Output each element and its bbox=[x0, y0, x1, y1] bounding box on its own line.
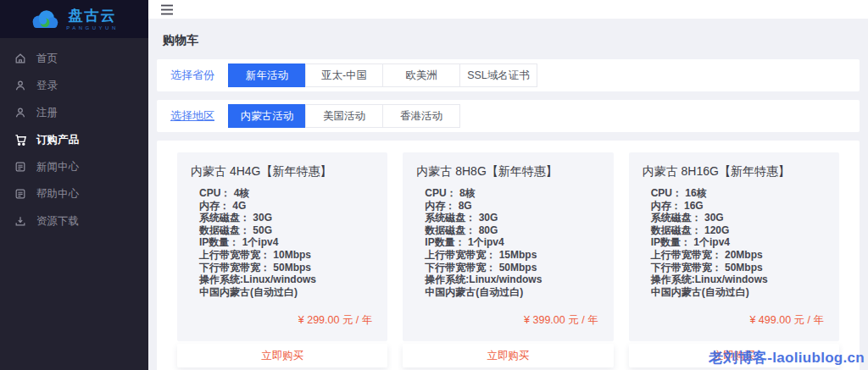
product-spec: 中国内蒙古(自动过白) bbox=[416, 286, 599, 299]
product-spec: 数据磁盘： 50G bbox=[191, 224, 374, 237]
sidebar-item-label: 新闻中心 bbox=[36, 160, 79, 174]
product-title: 内蒙古 8H8G【新年特惠】 bbox=[416, 164, 599, 179]
product-spec: 数据磁盘： 120G bbox=[643, 224, 826, 237]
filter-label-region: 选择地区 bbox=[170, 108, 214, 124]
user-icon bbox=[14, 106, 27, 119]
sidebar-nav: 首页 登录 注册 订购产品 新闻中心 bbox=[0, 38, 148, 235]
user-icon bbox=[14, 79, 27, 92]
tab-usa-activity[interactable]: 美国活动 bbox=[305, 104, 383, 128]
topbar bbox=[148, 0, 868, 19]
product-title: 内蒙古 8H16G【新年特惠】 bbox=[643, 164, 826, 179]
sidebar-item-label: 帮助中心 bbox=[36, 187, 79, 202]
product-title: 内蒙古 4H4G【新年特惠】 bbox=[191, 164, 374, 179]
buy-now-button[interactable]: 立即购买 bbox=[177, 344, 387, 367]
cloud-logo-icon bbox=[30, 8, 60, 30]
product-spec: 操作系统:Linux/windows bbox=[643, 273, 826, 286]
filter-label-province: 选择省份 bbox=[170, 68, 214, 83]
filter-panel-region: 选择地区 内蒙古活动 美国活动 香港活动 bbox=[157, 100, 860, 132]
download-icon bbox=[14, 214, 27, 228]
buy-now-button[interactable]: 立即购买 bbox=[629, 344, 839, 367]
product-spec: 下行带宽带宽： 50Mbps bbox=[416, 262, 599, 274]
brand-logo: 盘古云 PANGUYUN bbox=[0, 0, 148, 38]
product-card: 内蒙古 4H4G【新年特惠】 CPU： 4核 内存： 4G 系统磁盘： 30G … bbox=[177, 152, 387, 367]
sidebar-item-label: 注册 bbox=[36, 106, 58, 120]
sidebar-item-register[interactable]: 注册 bbox=[0, 99, 148, 126]
product-spec: 系统磁盘： 30G bbox=[416, 212, 599, 224]
page-title: 购物车 bbox=[148, 19, 868, 59]
content: 购物车 选择省份 新年活动 亚太-中国 欧美洲 SSL域名证书 选择地区 内蒙古… bbox=[148, 19, 868, 370]
province-tabs: 新年活动 亚太-中国 欧美洲 SSL域名证书 bbox=[228, 64, 537, 87]
sidebar-item-login[interactable]: 登录 bbox=[0, 72, 148, 99]
brand-name: 盘古云 bbox=[69, 8, 117, 23]
news-icon bbox=[14, 160, 27, 174]
cart-icon bbox=[14, 133, 27, 146]
product-spec: IP数量： 1个ipv4 bbox=[416, 236, 599, 249]
products-panel: 内蒙古 4H4G【新年特惠】 CPU： 4核 内存： 4G 系统磁盘： 30G … bbox=[157, 141, 860, 370]
sidebar-item-order-products[interactable]: 订购产品 bbox=[0, 126, 148, 153]
sidebar-item-label: 资源下载 bbox=[36, 214, 79, 229]
brand-subtitle: PANGUYUN bbox=[66, 25, 119, 30]
product-spec: 中国内蒙古(自动过白) bbox=[643, 286, 826, 299]
sidebar-item-label: 登录 bbox=[36, 79, 58, 93]
home-icon bbox=[14, 52, 27, 65]
product-price: ¥ 399.00 元 / 年 bbox=[416, 298, 599, 331]
product-spec: CPU： 4核 bbox=[191, 187, 374, 200]
product-spec: IP数量： 1个ipv4 bbox=[191, 236, 374, 249]
sidebar-item-label: 首页 bbox=[36, 52, 58, 66]
product-price: ¥ 499.00 元 / 年 bbox=[643, 298, 826, 331]
product-spec: 下行带宽带宽： 50Mbps bbox=[191, 262, 374, 274]
product-spec: CPU： 16核 bbox=[643, 187, 826, 200]
product-spec: 内存： 4G bbox=[191, 200, 374, 213]
main-area: 购物车 选择省份 新年活动 亚太-中国 欧美洲 SSL域名证书 选择地区 内蒙古… bbox=[148, 0, 868, 370]
tab-apac-china[interactable]: 亚太-中国 bbox=[305, 64, 383, 87]
product-card: 内蒙古 8H8G【新年特惠】 CPU： 8核 内存： 8G 系统磁盘： 30G … bbox=[403, 152, 613, 367]
filter-panel-province: 选择省份 新年活动 亚太-中国 欧美洲 SSL域名证书 bbox=[157, 59, 860, 91]
product-spec: 内存： 8G bbox=[416, 200, 599, 213]
help-icon bbox=[14, 187, 27, 201]
tab-inner-mongolia-activity[interactable]: 内蒙古活动 bbox=[228, 104, 306, 128]
product-spec: 系统磁盘： 30G bbox=[643, 212, 826, 224]
product-spec: CPU： 8核 bbox=[416, 187, 599, 200]
product-spec: 中国内蒙古(自动过白) bbox=[191, 286, 374, 299]
tab-ssl-certificates[interactable]: SSL域名证书 bbox=[459, 64, 537, 87]
sidebar-item-home[interactable]: 首页 bbox=[0, 45, 148, 72]
product-price: ¥ 299.00 元 / 年 bbox=[191, 298, 374, 331]
product-spec: 上行带宽带宽： 20Mbps bbox=[643, 249, 826, 262]
tab-new-year-activity[interactable]: 新年活动 bbox=[228, 64, 306, 87]
product-spec: 操作系统:Linux/windows bbox=[416, 273, 599, 286]
product-card: 内蒙古 8H16G【新年特惠】 CPU： 16核 内存： 16G 系统磁盘： 3… bbox=[629, 152, 839, 367]
sidebar-item-news-center[interactable]: 新闻中心 bbox=[0, 153, 148, 180]
buy-now-button[interactable]: 立即购买 bbox=[403, 344, 613, 367]
sidebar: 盘古云 PANGUYUN 首页 登录 注册 订购产品 bbox=[0, 0, 148, 370]
tab-europe-america[interactable]: 欧美洲 bbox=[382, 64, 460, 87]
product-spec: 上行带宽带宽： 15Mbps bbox=[416, 249, 599, 262]
product-spec: 数据磁盘： 80G bbox=[416, 224, 599, 237]
sidebar-item-help-center[interactable]: 帮助中心 bbox=[0, 180, 148, 207]
sidebar-item-downloads[interactable]: 资源下载 bbox=[0, 207, 148, 235]
product-spec: IP数量： 1个ipv4 bbox=[643, 236, 826, 249]
product-spec: 系统磁盘： 30G bbox=[191, 212, 374, 224]
product-spec: 操作系统:Linux/windows bbox=[191, 273, 374, 286]
tab-hongkong-activity[interactable]: 香港活动 bbox=[382, 104, 460, 128]
product-spec: 下行带宽带宽： 50Mbps bbox=[643, 262, 826, 274]
product-spec: 上行带宽带宽： 10Mbps bbox=[191, 249, 374, 262]
product-spec: 内存： 16G bbox=[643, 200, 826, 213]
hamburger-menu-icon[interactable] bbox=[158, 0, 176, 19]
sidebar-item-label: 订购产品 bbox=[36, 133, 79, 147]
region-tabs: 内蒙古活动 美国活动 香港活动 bbox=[228, 104, 460, 128]
